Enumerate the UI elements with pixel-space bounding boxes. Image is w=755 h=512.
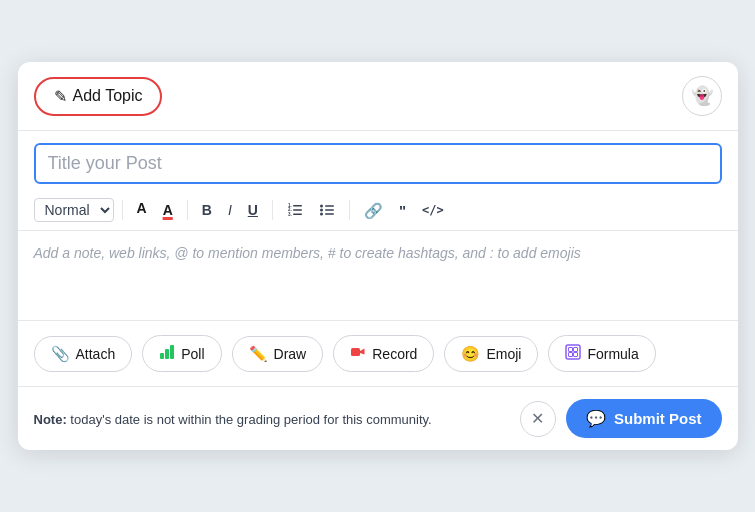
svg-point-6 <box>320 205 323 208</box>
tag-icon: ✎ <box>54 87 67 106</box>
svg-rect-16 <box>566 345 580 359</box>
record-icon <box>350 344 366 363</box>
formatting-toolbar: Normal A A B I U 1. 2. <box>18 190 738 231</box>
svg-rect-15 <box>351 348 360 356</box>
submit-post-button[interactable]: 💬 Submit Post <box>566 399 722 438</box>
create-post-modal: ✎ Add Topic 👻 Normal A A B I U <box>18 62 738 450</box>
highlight-button[interactable]: A <box>157 201 179 219</box>
quote-button[interactable]: " <box>393 199 412 222</box>
ghost-icon: 👻 <box>691 85 713 107</box>
formula-button[interactable]: Formula <box>548 335 655 372</box>
post-editor[interactable]: Add a note, web links, @ to mention memb… <box>18 231 738 321</box>
color-a-label: A <box>137 201 147 215</box>
svg-rect-9 <box>325 205 334 207</box>
cancel-button[interactable]: ✕ <box>520 401 556 437</box>
svg-rect-14 <box>170 345 174 359</box>
footer-buttons: ✕ 💬 Submit Post <box>520 399 722 438</box>
text-color-button[interactable]: A <box>131 199 153 222</box>
underline-button[interactable]: U <box>242 199 264 221</box>
svg-rect-0 <box>293 205 302 207</box>
draw-icon: ✏️ <box>249 345 268 363</box>
highlight-a-label: A <box>163 203 173 217</box>
ordered-list-icon: 1. 2. 3. <box>287 202 303 218</box>
svg-rect-17 <box>569 348 573 352</box>
submit-chat-icon: 💬 <box>586 409 606 428</box>
emoji-label: Emoji <box>486 346 521 362</box>
attach-button[interactable]: 📎 Attach <box>34 336 133 372</box>
formula-label: Formula <box>587 346 638 362</box>
attach-icon: 📎 <box>51 345 70 363</box>
svg-rect-2 <box>293 214 302 216</box>
toolbar-divider-4 <box>349 200 350 220</box>
note-body: today's date is not within the grading p… <box>70 412 431 427</box>
text-style-select[interactable]: Normal <box>34 198 114 222</box>
draw-label: Draw <box>274 346 307 362</box>
attach-label: Attach <box>76 346 116 362</box>
svg-rect-19 <box>569 353 573 357</box>
modal-header: ✎ Add Topic 👻 <box>18 62 738 131</box>
draw-button[interactable]: ✏️ Draw <box>232 336 324 372</box>
unordered-list-icon <box>319 202 335 218</box>
svg-rect-10 <box>325 209 334 211</box>
poll-icon <box>159 344 175 363</box>
editor-placeholder: Add a note, web links, @ to mention memb… <box>34 245 581 261</box>
add-topic-button[interactable]: ✎ Add Topic <box>34 77 163 116</box>
record-button[interactable]: Record <box>333 335 434 372</box>
unordered-list-button[interactable] <box>313 198 341 222</box>
formula-icon <box>565 344 581 363</box>
ordered-list-button[interactable]: 1. 2. 3. <box>281 198 309 222</box>
link-button[interactable]: 🔗 <box>358 199 389 222</box>
poll-button[interactable]: Poll <box>142 335 221 372</box>
italic-button[interactable]: I <box>222 199 238 221</box>
svg-rect-20 <box>574 353 578 357</box>
svg-rect-1 <box>293 209 302 211</box>
note-section: Note: today's date is not within the gra… <box>34 410 432 428</box>
ghost-button[interactable]: 👻 <box>682 76 722 116</box>
post-title-input[interactable] <box>34 143 722 184</box>
code-button[interactable]: </> <box>416 200 450 220</box>
toolbar-divider-1 <box>122 200 123 220</box>
submit-label: Submit Post <box>614 410 702 427</box>
svg-rect-13 <box>165 349 169 359</box>
svg-point-7 <box>320 209 323 212</box>
emoji-button[interactable]: 😊 Emoji <box>444 336 538 372</box>
emoji-icon: 😊 <box>461 345 480 363</box>
cancel-icon: ✕ <box>531 409 544 428</box>
svg-rect-18 <box>574 348 578 352</box>
poll-label: Poll <box>181 346 204 362</box>
toolbar-divider-3 <box>272 200 273 220</box>
modal-footer: Note: today's date is not within the gra… <box>18 387 738 450</box>
bold-button[interactable]: B <box>196 199 218 221</box>
add-topic-label: Add Topic <box>73 87 143 105</box>
actions-bar: 📎 Attach Poll ✏️ Draw <box>18 321 738 387</box>
toolbar-divider-2 <box>187 200 188 220</box>
record-label: Record <box>372 346 417 362</box>
note-label: Note: <box>34 412 67 427</box>
svg-rect-12 <box>160 353 164 359</box>
title-section <box>18 131 738 190</box>
svg-text:3.: 3. <box>288 212 292 217</box>
svg-rect-11 <box>325 213 334 215</box>
svg-point-8 <box>320 213 323 216</box>
